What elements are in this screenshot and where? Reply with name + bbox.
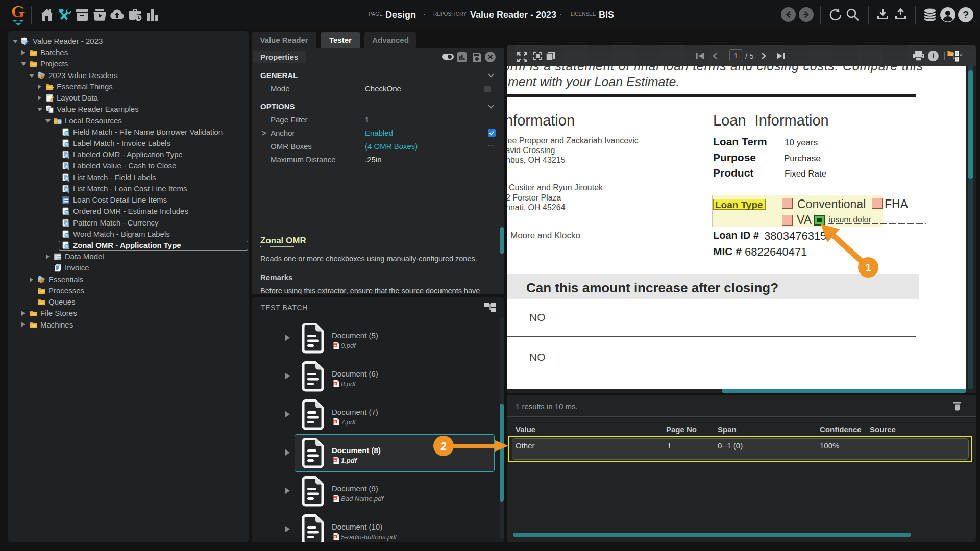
svg-text:1: 1 xyxy=(865,261,871,274)
svg-text:2: 2 xyxy=(440,440,447,453)
